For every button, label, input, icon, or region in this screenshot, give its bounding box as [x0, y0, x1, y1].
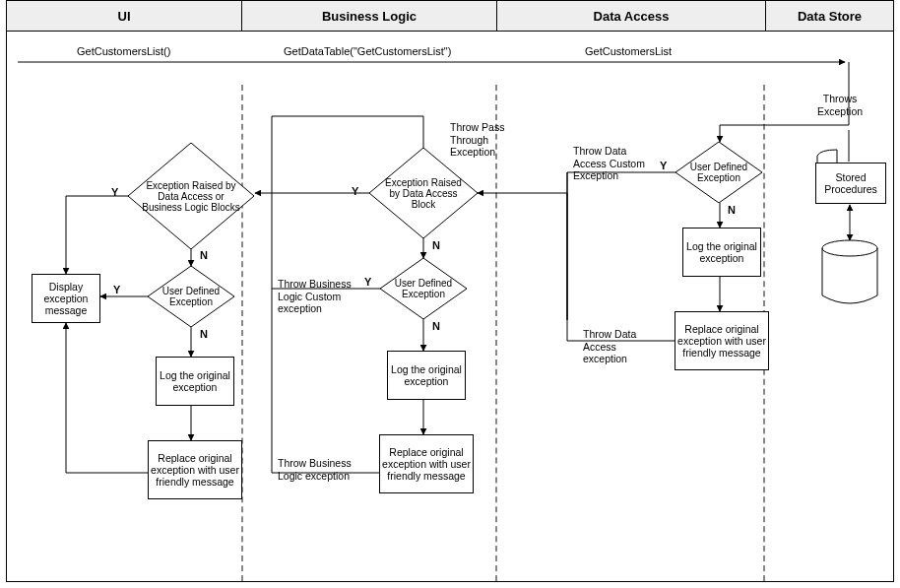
label-n: N: [728, 204, 736, 216]
decision-bl-user-defined: User Defined Exception: [380, 258, 467, 319]
header-data-access: Data Access: [497, 1, 766, 31]
call-get-data-table: GetDataTable("GetCustomersList"): [284, 45, 451, 57]
swimlane-header-row: UI Business Logic Data Access Data Store: [6, 0, 894, 32]
label-y: Y: [364, 276, 371, 288]
box-ui-replace: Replace original exception with user fri…: [148, 440, 242, 499]
label-n: N: [200, 249, 208, 261]
box-da-replace: Replace original exception with user fri…: [675, 311, 769, 370]
label-throws-exception: Throws Exception: [817, 93, 863, 117]
header-business-logic: Business Logic: [242, 1, 497, 31]
label-y: Y: [352, 185, 358, 197]
decision-ui-user-defined: User Defined Exception: [148, 266, 234, 327]
label-n: N: [432, 239, 440, 251]
decision-bl-exception-raised: Exception Raised by Data Access Block: [369, 148, 478, 238]
box-stored-procedures: Stored Procedures: [815, 163, 886, 204]
label-throw-da-custom: Throw Data Access Custom Exception: [573, 145, 652, 182]
decision-ui-exception-raised: Exception Raised by Data Access or Busin…: [128, 143, 254, 249]
call-get-customers-list-da: GetCustomersList: [585, 45, 672, 57]
label-n: N: [200, 328, 208, 340]
label-y: Y: [113, 284, 120, 295]
label-throw-da-exception: Throw Data Access exception: [583, 328, 652, 365]
label-throw-bl-exception: Throw Business Logic exception: [278, 457, 356, 482]
header-ui: UI: [7, 1, 242, 31]
header-data-store: Data Store: [766, 1, 893, 31]
box-bl-log: Log the original exception: [387, 351, 466, 400]
box-da-log: Log the original exception: [682, 228, 761, 277]
box-bl-replace: Replace original exception with user fri…: [379, 434, 474, 493]
decision-da-user-defined: User Defined Exception: [675, 142, 762, 203]
label-y: Y: [660, 160, 667, 171]
call-get-customers-list: GetCustomersList(): [77, 45, 170, 57]
lane-divider-2: [495, 85, 497, 581]
box-display-exception: Display exception message: [32, 274, 100, 323]
label-y: Y: [111, 186, 118, 198]
label-throw-bl-custom: Throw Business Logic Custom exception: [278, 278, 356, 315]
label-n: N: [432, 320, 440, 332]
box-ui-log: Log the original exception: [156, 357, 234, 406]
